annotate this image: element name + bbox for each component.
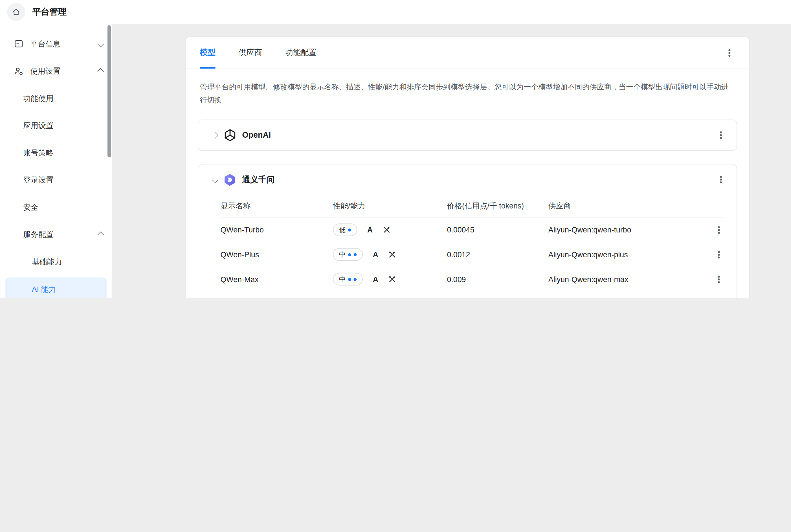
model-row-menu-icon[interactable]	[713, 249, 724, 260]
provider-name: 通义千问	[242, 174, 274, 185]
openai-logo-icon	[223, 128, 237, 142]
chevron-down-icon	[97, 41, 104, 47]
col-price: 价格(信用点/千 tokens)	[447, 201, 548, 211]
home-icon	[12, 7, 21, 16]
tab-supplier[interactable]: 供应商	[239, 37, 262, 69]
model-name: QWen-Turbo	[220, 226, 333, 234]
performance-badge: 低	[333, 224, 357, 236]
chevron-up-icon	[97, 231, 104, 238]
sidebar-item-label: 使用设置	[30, 66, 60, 76]
sidebar-item-platform-info[interactable]: 平台信息	[0, 30, 112, 58]
col-performance: 性能/能力	[333, 201, 447, 211]
provider-name: OpenAI	[242, 131, 271, 140]
sidebar-item-label: AI 能力	[32, 285, 56, 294]
add-model-link[interactable]: +模型	[220, 297, 240, 298]
provider-qwen-header[interactable]: 通义千问	[198, 165, 737, 195]
sidebar-item-label: 基础能力	[32, 257, 62, 267]
sidebar-item-service-config[interactable]: 服务配置	[0, 221, 112, 248]
sidebar-scrollbar	[108, 24, 111, 298]
page-title: 平台管理	[32, 6, 67, 18]
model-table: 显示名称 性能/能力 价格(信用点/千 tokens) 供应商 QWen-Tur…	[220, 195, 727, 292]
sidebar-item-usage-settings[interactable]: 使用设置	[0, 58, 112, 85]
performance-badge: 中	[333, 248, 363, 261]
sidebar-item-app-settings[interactable]: 应用设置	[0, 112, 112, 139]
sidebar-item-ai-capability[interactable]: AI 能力	[5, 278, 107, 298]
sidebar-item-feature-usage[interactable]: 功能使用	[0, 84, 112, 112]
description-text: 管理平台的可用模型。修改模型的显示名称、描述、性能/能力和排序会同步到模型选择层…	[200, 80, 735, 106]
topbar: 平台管理	[0, 0, 791, 24]
panel-icon	[14, 39, 24, 49]
main-content: 模型 供应商 功能配置 管理平台的可用模型。修改模型的显示名称、描述、性能/能力…	[112, 24, 791, 298]
home-button[interactable]	[7, 3, 25, 21]
sidebar-item-basic-capability[interactable]: 基础能力	[0, 248, 112, 276]
scrollbar-thumb[interactable]	[108, 25, 111, 157]
model-row-menu-icon[interactable]	[713, 273, 724, 285]
sidebar-item-label: 安全	[23, 203, 38, 212]
user-gear-icon	[14, 66, 24, 76]
provider-openai-header[interactable]: OpenAI	[198, 120, 737, 150]
model-price: 0.00045	[447, 226, 548, 234]
tab-feature-config[interactable]: 功能配置	[285, 37, 317, 69]
model-row-menu-icon[interactable]	[713, 224, 724, 235]
model-supplier: Aliyun-Qwen:qwen-plus	[548, 250, 713, 259]
tab-model[interactable]: 模型	[200, 37, 215, 69]
sidebar-item-security[interactable]: 安全	[0, 194, 112, 221]
model-price: 0.0012	[447, 250, 548, 259]
sidebar-item-label: 应用设置	[23, 121, 53, 130]
chevron-down-icon	[211, 176, 218, 183]
chevron-up-icon	[97, 68, 104, 74]
capability-a-icon: A	[367, 226, 373, 234]
chevron-right-icon	[211, 132, 218, 138]
model-supplier: Aliyun-Qwen:qwen-turbo	[548, 226, 713, 234]
col-supplier: 供应商	[548, 201, 713, 211]
model-settings-card: 模型 供应商 功能配置 管理平台的可用模型。修改模型的显示名称、描述、性能/能力…	[185, 36, 750, 298]
card-menu-icon[interactable]	[724, 47, 735, 58]
provider-openai-menu-icon[interactable]	[715, 130, 727, 141]
sidebar-item-label: 功能使用	[23, 94, 53, 103]
sidebar-item-label: 账号策略	[23, 148, 53, 158]
sidebar-item-label: 登录设置	[23, 175, 53, 185]
tools-icon	[383, 226, 391, 233]
provider-qwen-menu-icon[interactable]	[715, 174, 727, 185]
app: 平台管理 平台信息 使用设置 功能使用 应用设	[0, 0, 791, 298]
tools-icon	[389, 251, 396, 259]
qwen-logo-icon	[223, 173, 237, 187]
sidebar-item-label: 平台信息	[30, 39, 60, 49]
model-table-header: 显示名称 性能/能力 价格(信用点/千 tokens) 供应商	[220, 195, 727, 217]
sidebar-item-account-policy[interactable]: 账号策略	[0, 139, 112, 167]
model-name: QWen-Max	[220, 275, 333, 284]
model-supplier: Aliyun-Qwen:qwen-max	[548, 275, 713, 284]
model-name: QWen-Plus	[220, 250, 333, 259]
capability-a-icon: A	[373, 275, 378, 284]
provider-openai: OpenAI	[198, 120, 737, 151]
model-row-qwen-max: QWen-Max 中 A 0.009 Al	[220, 267, 727, 292]
performance-badge: 中	[333, 273, 363, 286]
provider-qwen: 通义千问 显示名称 性能/能力 价格(信用点/千 tokens) 供应商 QW	[198, 164, 737, 298]
tools-icon	[389, 276, 396, 283]
capability-a-icon: A	[373, 250, 378, 259]
sidebar: 平台信息 使用设置 功能使用 应用设置 账号策略 登录设置	[0, 24, 112, 298]
model-price: 0.009	[447, 275, 548, 284]
model-row-qwen-plus: QWen-Plus 中 A 0.0012	[220, 242, 727, 267]
tab-bar: 模型 供应商 功能配置	[186, 37, 749, 69]
sidebar-item-label: 服务配置	[23, 230, 53, 240]
col-display-name: 显示名称	[220, 201, 333, 211]
sidebar-item-login-settings[interactable]: 登录设置	[0, 167, 112, 194]
model-row-qwen-turbo: QWen-Turbo 低 A 0.00045	[220, 217, 727, 242]
